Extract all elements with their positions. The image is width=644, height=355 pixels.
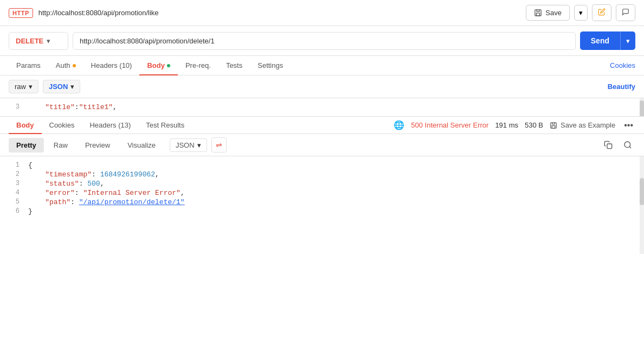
tab-auth[interactable]: Auth [48, 56, 83, 75]
tab-params[interactable]: Params [9, 56, 48, 75]
response-format-select[interactable]: JSON ▾ [170, 138, 207, 152]
raw-label: raw [15, 83, 26, 91]
view-tab-preview[interactable]: Preview [78, 138, 118, 153]
resp-tab-cookies[interactable]: Cookies [42, 117, 82, 134]
body-toolbar: raw ▾ JSON ▾ Beautify [0, 75, 644, 98]
response-toolbar-right [601, 137, 635, 153]
resp-tab-headers[interactable]: Headers (13) [82, 117, 138, 134]
resp-line-num-5: 5 [9, 198, 20, 206]
view-tab-pretty[interactable]: Pretty [9, 138, 44, 153]
resp-tab-test-results[interactable]: Test Results [138, 117, 192, 134]
response-scrollbar-thumb [640, 178, 644, 205]
resp-content-5: "path": "/api/promotion/delete/1" [28, 198, 635, 206]
message-button[interactable] [616, 4, 635, 21]
resp-content-6: } [28, 207, 635, 215]
resp-line-num-1: 1 [9, 161, 20, 169]
svg-line-4 [629, 147, 631, 148]
json-chevron-icon: ▾ [70, 83, 74, 91]
tab-headers[interactable]: Headers (10) [83, 56, 140, 75]
wrap-button[interactable]: ⇌ [211, 137, 227, 153]
send-dropdown-button[interactable]: ▾ [620, 31, 635, 50]
response-status-area: 🌐 500 Internal Server Error 191 ms 530 B… [394, 120, 635, 130]
more-options-button[interactable]: ••• [622, 121, 635, 130]
resp-line-num-6: 6 [9, 207, 20, 215]
auth-dot [73, 64, 76, 67]
response-time: 191 ms [495, 121, 518, 129]
resp-content-2: "timestamp": 1684926199062, [28, 170, 635, 179]
code-line-3: 3 "title":"title1", [0, 103, 644, 112]
search-button[interactable] [620, 137, 635, 153]
edit-button[interactable] [592, 4, 611, 21]
line-number-3: 3 [9, 103, 20, 111]
save-label: Save [545, 9, 562, 17]
code-editor[interactable]: 3 "title":"title1", [0, 98, 644, 117]
request-url-input[interactable] [73, 32, 576, 50]
response-format-label: JSON [176, 141, 195, 149]
editor-scrollbar-thumb [640, 100, 644, 117]
request-tabs-bar: Params Auth Headers (10) Body Pre-req. T… [0, 56, 644, 75]
resp-line-1: 1 { [0, 161, 644, 170]
json-format-select-body[interactable]: JSON ▾ [43, 80, 80, 93]
response-body: 1 { 2 "timestamp": 1684926199062, 3 "sta… [0, 156, 644, 254]
auth-label: Auth [56, 61, 70, 69]
resp-line-3: 3 "status": 500, [0, 179, 644, 188]
request-bar: DELETE ▾ Send ▾ [0, 26, 644, 56]
send-group: Send ▾ [580, 31, 635, 50]
beautify-button[interactable]: Beautify [608, 83, 635, 91]
body-label: Body [147, 61, 165, 69]
json-format-label: JSON [49, 83, 68, 91]
response-size: 530 B [525, 121, 543, 129]
body-dot [167, 64, 170, 67]
method-chevron-icon: ▾ [47, 37, 50, 45]
status-badge: 500 Internal Server Error [411, 121, 488, 129]
save-example-button[interactable]: Save as Example [550, 121, 615, 129]
url-display: http://localhost:8080/api/promotion/like [38, 9, 521, 17]
resp-content-3: "status": 500, [28, 180, 635, 188]
resp-line-5: 5 "path": "/api/promotion/delete/1" [0, 198, 644, 207]
resp-line-2: 2 "timestamp": 1684926199062, [0, 170, 644, 179]
resp-content-4: "error": "Internal Server Error", [28, 189, 635, 197]
send-button[interactable]: Send [580, 31, 620, 50]
wrap-icon: ⇌ [216, 141, 222, 149]
search-icon [623, 141, 632, 149]
url-bar: HTTP http://localhost:8080/api/promotion… [0, 0, 644, 26]
svg-point-3 [624, 142, 630, 148]
view-tab-visualize[interactable]: Visualize [120, 138, 163, 153]
copy-button[interactable] [601, 137, 616, 153]
svg-rect-2 [607, 144, 612, 149]
resp-line-num-2: 2 [9, 170, 20, 178]
tab-settings[interactable]: Settings [250, 56, 291, 75]
save-dropdown-button[interactable]: ▾ [574, 5, 588, 21]
url-bar-actions: Save ▾ [526, 4, 635, 21]
format-chevron-icon: ▾ [197, 141, 201, 149]
http-badge: HTTP [9, 8, 33, 18]
resp-line-6: 6 } [0, 207, 644, 216]
method-select[interactable]: DELETE ▾ [9, 32, 68, 50]
resp-tab-body[interactable]: Body [9, 117, 42, 134]
copy-icon [604, 141, 613, 149]
save-example-label: Save as Example [561, 121, 615, 129]
cookies-link[interactable]: Cookies [610, 56, 635, 75]
resp-line-4: 4 "error": "Internal Server Error", [0, 188, 644, 198]
response-view-toolbar: Pretty Raw Preview Visualize JSON ▾ ⇌ [0, 134, 644, 156]
save-button[interactable]: Save [526, 5, 570, 21]
code-content-3: "title":"title1", [28, 103, 635, 111]
comment-icon [622, 8, 629, 16]
response-scrollbar[interactable] [640, 156, 644, 254]
resp-line-num-4: 4 [9, 189, 20, 196]
response-tabs-bar: Body Cookies Headers (13) Test Results 🌐… [0, 117, 644, 134]
tab-body[interactable]: Body [139, 56, 178, 75]
raw-select[interactable]: raw ▾ [9, 80, 38, 93]
editor-scrollbar[interactable] [640, 98, 644, 116]
view-tab-raw[interactable]: Raw [46, 138, 75, 153]
method-label: DELETE [16, 37, 43, 45]
globe-icon: 🌐 [394, 120, 404, 130]
pencil-icon [598, 8, 606, 16]
save-example-icon [550, 122, 557, 129]
resp-content-1: { [28, 161, 635, 169]
tab-prereq[interactable]: Pre-req. [178, 56, 218, 75]
tab-tests[interactable]: Tests [218, 56, 250, 75]
raw-chevron-icon: ▾ [29, 83, 33, 91]
chevron-down-icon: ▾ [579, 9, 583, 17]
resp-line-num-3: 3 [9, 180, 20, 187]
